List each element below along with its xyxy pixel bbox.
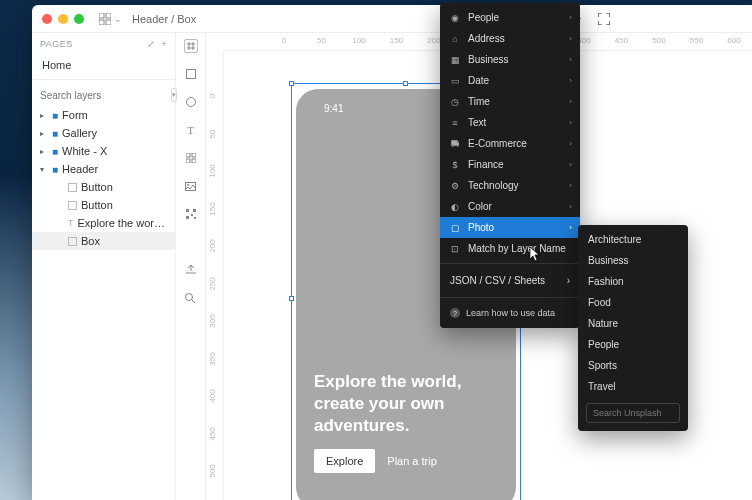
menu-item-business[interactable]: ▦Business› [440,49,580,70]
app-menu-icon[interactable] [98,12,112,26]
menu-item-icon: ▢ [450,223,460,233]
ruler-tick: 0 [208,94,217,98]
menu-item-technology[interactable]: ⚙Technology› [440,175,580,196]
menu-item-date[interactable]: ▭Date› [440,70,580,91]
search-input[interactable] [40,90,167,101]
menu-item-label: Business [468,54,509,65]
ruler-tick: 100 [352,36,365,45]
menu-item-label: Text [468,117,486,128]
menu-separator [440,263,580,264]
menu-item-label: People [468,12,499,23]
chevron-right-icon: › [569,13,572,22]
ellipse-tool-icon[interactable] [184,95,198,109]
submenu-item-fashion[interactable]: Fashion [578,271,688,292]
minimize-window-button[interactable] [58,14,68,24]
page-item-home[interactable]: Home [32,55,175,75]
add-page-icon[interactable]: + [161,39,167,49]
submenu-item-sports[interactable]: Sports [578,355,688,376]
chevron-right-icon: › [569,223,572,232]
svg-rect-15 [193,209,196,212]
collapse-icon[interactable]: ⤢ [147,39,156,49]
chevron-right-icon: › [569,97,572,106]
menu-item-time[interactable]: ◷Time› [440,91,580,112]
maximize-window-button[interactable] [74,14,84,24]
svg-rect-18 [194,217,196,219]
menu-item-label: Time [468,96,490,107]
submenu-item-business[interactable]: Business [578,250,688,271]
svg-point-19 [186,293,193,300]
menu-learn-label: Learn how to use data [466,308,555,318]
menu-item-label: JSON / CSV / Sheets [450,275,545,286]
layer-label: Form [62,109,88,121]
submenu-item-people[interactable]: People [578,334,688,355]
ruler-tick: 150 [208,202,217,215]
ruler-tick: 450 [208,427,217,440]
submenu-item-travel[interactable]: Travel [578,376,688,397]
expand-icon[interactable] [596,11,612,27]
menu-item-e-commerce[interactable]: ⛟E-Commerce› [440,133,580,154]
menu-item-finance[interactable]: $Finance› [440,154,580,175]
qr-tool-icon[interactable] [184,207,198,221]
selection-handle[interactable] [289,296,294,301]
layer-label: Box [81,235,100,247]
ruler-tick: 150 [390,36,403,45]
chevron-right-icon: › [569,118,572,127]
help-icon: ? [450,308,460,318]
chevron-down-icon[interactable]: ⌄ [114,14,122,24]
menu-item-icon: ◐ [450,202,460,212]
breadcrumb[interactable]: Header / Box [132,13,196,25]
layer-item[interactable]: TExplore the world, cr... [32,214,175,232]
layer-label: Gallery [62,127,97,139]
layer-item[interactable]: Button [32,196,175,214]
layer-label: Explore the world, cr... [78,217,168,229]
image-tool-icon[interactable] [184,179,198,193]
svg-rect-2 [99,20,104,25]
layer-item[interactable]: ▸■White - X [32,142,175,160]
submenu-item-nature[interactable]: Nature [578,313,688,334]
menu-item-icon: ◷ [450,97,460,107]
svg-point-13 [187,184,189,186]
menu-item-icon: $ [450,160,460,170]
menu-item-icon: ◉ [450,13,460,23]
search-row: ▾ [32,84,175,106]
submenu-search-input[interactable]: Search Unsplash [586,403,680,423]
menu-item-address[interactable]: ⌂Address› [440,28,580,49]
layer-label: Header [62,163,98,175]
layer-item[interactable]: ▸■Form [32,106,175,124]
layer-item[interactable]: ▾■Header [32,160,175,178]
selection-handle[interactable] [289,81,294,86]
svg-point-7 [186,98,195,107]
rectangle-tool-icon[interactable] [184,67,198,81]
chevron-right-icon: › [569,76,572,85]
layer-item[interactable]: Box [32,232,175,250]
svg-rect-6 [186,70,195,79]
menu-item-label: Color [468,201,492,212]
menu-item-text[interactable]: ≡Text› [440,112,580,133]
svg-rect-10 [186,159,190,163]
menu-learn-link[interactable]: ?Learn how to use data [440,302,580,324]
ruler-tick: 200 [208,239,217,252]
ruler-tick: 50 [317,36,326,45]
menu-separator [440,297,580,298]
frame-tool-icon[interactable] [184,39,198,53]
search-tool-icon[interactable] [184,291,198,305]
layer-tree: ▸■Form▸■Gallery▸■White - X▾■HeaderButton… [32,106,175,250]
layer-item[interactable]: Button [32,178,175,196]
menu-item-color[interactable]: ◐Color› [440,196,580,217]
menu-item-json[interactable]: JSON / CSV / Sheets› [440,268,580,293]
layer-item[interactable]: ▸■Gallery [32,124,175,142]
views-tool-icon[interactable] [184,151,198,165]
submenu-item-architecture[interactable]: Architecture [578,229,688,250]
menu-item-people[interactable]: ◉People› [440,7,580,28]
ruler-tick: 550 [690,36,703,45]
export-tool-icon[interactable] [184,263,198,277]
close-window-button[interactable] [42,14,52,24]
text-tool-icon[interactable]: T [184,123,198,137]
selection-handle[interactable] [403,81,408,86]
menu-item-match-by-layer-name[interactable]: ⊡Match by Layer Name [440,238,580,259]
menu-item-photo[interactable]: ▢Photo› [440,217,580,238]
chevron-right-icon: › [569,181,572,190]
svg-rect-16 [186,216,189,219]
layer-label: White - X [62,145,107,157]
submenu-item-food[interactable]: Food [578,292,688,313]
